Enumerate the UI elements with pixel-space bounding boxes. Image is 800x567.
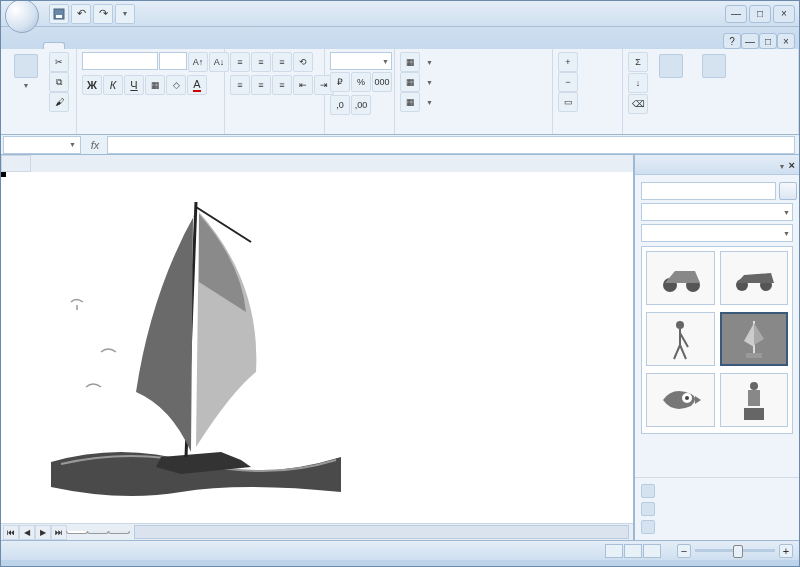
grid[interactable] — [1, 172, 633, 523]
comma-icon[interactable]: 000 — [372, 72, 392, 92]
clipart-sailboat[interactable] — [41, 192, 341, 502]
align-top-icon[interactable]: ≡ — [230, 52, 250, 72]
fx-icon[interactable]: fx — [86, 136, 104, 154]
tab-home[interactable] — [43, 42, 65, 49]
tab-nav-next[interactable]: ▶ — [35, 525, 51, 540]
format-table-button[interactable]: ▦▼ — [400, 72, 433, 92]
zoom-control: − + — [673, 544, 793, 558]
clip-thumb[interactable] — [646, 373, 715, 427]
group-number: ▼ ₽ % 000 ,0 ,00 — [325, 49, 395, 134]
align-center-icon[interactable]: ≡ — [251, 75, 271, 95]
svg-point-16 — [685, 396, 689, 400]
horizontal-scrollbar[interactable] — [134, 525, 629, 539]
maximize-button[interactable]: □ — [749, 5, 771, 23]
svg-line-11 — [674, 345, 680, 359]
cell-styles-button[interactable]: ▦▼ — [400, 92, 433, 112]
doc-minimize-button[interactable]: — — [741, 33, 759, 49]
paste-icon — [14, 54, 38, 78]
delete-icon: − — [558, 72, 578, 92]
indent-dec-icon[interactable]: ⇤ — [293, 75, 313, 95]
clip-thumb[interactable] — [720, 251, 789, 305]
minimize-button[interactable]: — — [725, 5, 747, 23]
conditional-format-button[interactable]: ▦▼ — [400, 52, 433, 72]
page-break-view-button[interactable] — [643, 544, 661, 558]
font-name-select[interactable] — [82, 52, 158, 70]
percent-icon[interactable]: % — [351, 72, 371, 92]
normal-view-button[interactable] — [605, 544, 623, 558]
group-align-label — [230, 131, 319, 133]
clip-thumb[interactable] — [646, 251, 715, 305]
name-box[interactable]: ▼ — [3, 136, 81, 154]
search-input[interactable] — [641, 182, 776, 200]
clear-icon[interactable]: ⌫ — [628, 94, 648, 114]
status-bar: − + — [1, 540, 799, 560]
number-format-select[interactable]: ▼ — [330, 52, 392, 70]
undo-icon[interactable]: ↶ — [71, 4, 91, 24]
save-icon[interactable] — [49, 4, 69, 24]
formula-input[interactable] — [107, 136, 795, 154]
format-icon: ▭ — [558, 92, 578, 112]
font-color-icon[interactable]: A — [187, 75, 207, 95]
clip-thumb-selected[interactable] — [720, 312, 789, 366]
border-icon[interactable]: ▦ — [145, 75, 165, 95]
qat-dropdown-icon[interactable]: ▼ — [115, 4, 135, 24]
redo-icon[interactable]: ↷ — [93, 4, 113, 24]
italic-icon[interactable]: К — [103, 75, 123, 95]
paste-button[interactable]: ▼ — [6, 52, 46, 91]
help-button[interactable]: ? — [723, 33, 741, 49]
format-painter-icon[interactable]: 🖌 — [49, 92, 69, 112]
fill-color-icon[interactable]: ◇ — [166, 75, 186, 95]
search-tips-link[interactable] — [641, 518, 793, 536]
pane-close-icon[interactable]: × — [789, 159, 795, 171]
close-button[interactable]: × — [773, 5, 795, 23]
insert-icon: + — [558, 52, 578, 72]
tab-nav-first[interactable]: ⏮ — [3, 525, 19, 540]
copy-icon[interactable]: ⧉ — [49, 72, 69, 92]
office-button[interactable] — [5, 0, 39, 33]
dec-decimal-icon[interactable]: ,00 — [351, 95, 371, 115]
insert-cells-button[interactable]: + — [558, 52, 581, 72]
doc-close-button[interactable]: × — [777, 33, 795, 49]
sheet-tab-2[interactable] — [87, 531, 109, 534]
sort-filter-button[interactable] — [651, 52, 691, 82]
currency-icon[interactable]: ₽ — [330, 72, 350, 92]
inc-decimal-icon[interactable]: ,0 — [330, 95, 350, 115]
fill-icon[interactable]: ↓ — [628, 73, 648, 93]
tab-nav-last[interactable]: ⏭ — [51, 525, 67, 540]
align-right-icon[interactable]: ≡ — [272, 75, 292, 95]
pane-menu-icon[interactable]: ▼ — [779, 163, 786, 170]
page-layout-view-button[interactable] — [624, 544, 642, 558]
clip-thumb[interactable] — [720, 373, 789, 427]
tab-nav-prev[interactable]: ◀ — [19, 525, 35, 540]
types-select[interactable]: ▼ — [641, 224, 793, 242]
search-go-button[interactable] — [779, 182, 797, 200]
spreadsheet: ⏮ ◀ ▶ ⏭ — [1, 155, 634, 540]
font-size-select[interactable] — [159, 52, 187, 70]
grow-font-icon[interactable]: A↑ — [188, 52, 208, 72]
delete-cells-button[interactable]: − — [558, 72, 581, 92]
clip-thumb[interactable] — [646, 312, 715, 366]
zoom-out-button[interactable]: − — [677, 544, 691, 558]
cut-icon[interactable]: ✂ — [49, 52, 69, 72]
doc-restore-button[interactable]: □ — [759, 33, 777, 49]
browse-select[interactable]: ▼ — [641, 203, 793, 221]
svg-point-17 — [750, 382, 758, 390]
orientation-icon[interactable]: ⟲ — [293, 52, 313, 72]
office-online-link[interactable] — [641, 500, 793, 518]
format-cells-button[interactable]: ▭ — [558, 92, 581, 112]
organize-clips-link[interactable] — [641, 482, 793, 500]
find-select-button[interactable] — [694, 52, 734, 82]
underline-icon[interactable]: Ч — [124, 75, 144, 95]
align-middle-icon[interactable]: ≡ — [251, 52, 271, 72]
bold-icon[interactable]: Ж — [82, 75, 102, 95]
zoom-slider[interactable] — [695, 549, 775, 552]
align-left-icon[interactable]: ≡ — [230, 75, 250, 95]
align-bottom-icon[interactable]: ≡ — [272, 52, 292, 72]
autosum-icon[interactable]: Σ — [628, 52, 648, 72]
sheet-tab-3[interactable] — [108, 531, 130, 534]
pane-header: ▼ × — [635, 155, 799, 175]
column-headers — [1, 155, 633, 172]
zoom-in-button[interactable]: + — [779, 544, 793, 558]
select-all-button[interactable] — [1, 155, 31, 172]
sheet-tab-1[interactable] — [66, 531, 88, 534]
